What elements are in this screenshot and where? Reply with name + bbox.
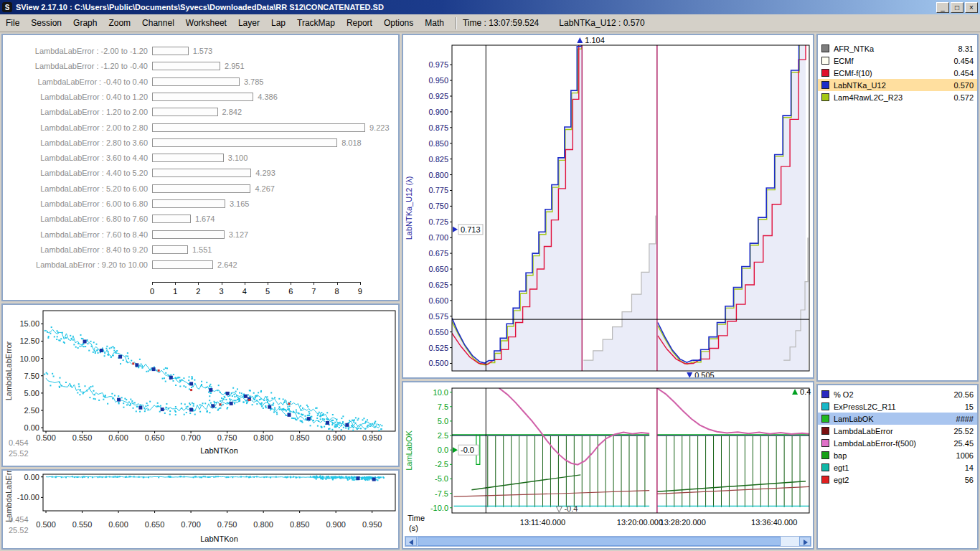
sview-window: S SView 2.17.10 : C:\Users\Public\Docume…: [0, 0, 980, 551]
channel-row-bap[interactable]: bap1006: [818, 449, 977, 461]
svg-text:5.0: 5.0: [438, 417, 448, 425]
hist-row-label: LambdaLabError : -1.20 to -0.40: [3, 62, 148, 71]
hist-row-label: LambdaLabError : 0.40 to 1.20: [3, 93, 148, 102]
time-chart-plot[interactable]: 10.07.55.02.50.0-2.5-5.0-7.5-10.0LamLabO…: [403, 382, 813, 534]
hist-bar-value: 1.551: [192, 245, 212, 255]
svg-text:0.725: 0.725: [428, 217, 448, 226]
minimize-button[interactable]: _: [936, 2, 949, 13]
channel-color-swatch: [821, 44, 829, 52]
close-button[interactable]: ×: [965, 2, 978, 13]
channel-row-ecmf-f-10-[interactable]: ECMf-f(10)0.454: [818, 67, 977, 79]
channel-row-lambdalaberror-f-500-[interactable]: LambdaLabError-f(500)25.45: [818, 437, 977, 449]
menu-math[interactable]: Math: [419, 15, 450, 31]
titlebar: S SView 2.17.10 : C:\Users\Public\Docume…: [0, 0, 980, 14]
menu-report[interactable]: Report: [341, 15, 378, 31]
status-channel-value: LabNTKa_U12 : 0.570: [559, 18, 644, 28]
hist-bar: [152, 62, 220, 70]
channel-row-egt2[interactable]: egt256: [818, 474, 977, 486]
lambda-chart-panel[interactable]: 0.9750.9500.9250.9000.8750.8500.8250.800…: [402, 34, 814, 379]
svg-text:0.575: 0.575: [428, 312, 448, 321]
channel-name: ECMf: [834, 57, 953, 65]
hist-bar-value: 2.951: [225, 62, 245, 71]
channel-name: ECMf-f(10): [834, 69, 953, 77]
svg-text:LamLabOK: LamLabOK: [405, 430, 413, 471]
menu-zoom[interactable]: Zoom: [103, 15, 136, 31]
hist-bar: [152, 199, 225, 208]
menu-layer[interactable]: Layer: [232, 15, 265, 31]
scrollbar-track[interactable]: [417, 537, 799, 546]
menu-graph[interactable]: Graph: [67, 15, 103, 31]
channel-name: egt1: [834, 463, 965, 472]
menu-worksheet[interactable]: Worksheet: [180, 15, 232, 31]
channel-row-ecmf[interactable]: ECMf0.454: [818, 55, 977, 67]
scatter-plot[interactable]: 15.0012.5010.007.505.002.500.000.5000.55…: [3, 305, 398, 466]
scrollbar-right-arrow-icon[interactable]: [799, 537, 811, 546]
scatter-panel[interactable]: 15.0012.5010.007.505.002.500.000.5000.55…: [1, 303, 400, 467]
hist-x-tick-label: 6: [284, 287, 297, 296]
hist-x-tick: [360, 282, 361, 285]
menu-file[interactable]: File: [0, 15, 25, 31]
channel-color-swatch: [821, 451, 829, 459]
menu-trackmap[interactable]: TrackMap: [291, 15, 341, 31]
histogram-panel[interactable]: LambdaLabError : -2.00 to -1.201.573Lamb…: [1, 34, 400, 301]
lambda-chart-plot[interactable]: 0.9750.9500.9250.9000.8750.8500.8250.800…: [403, 35, 813, 377]
scrollbar-left-arrow-icon[interactable]: [405, 537, 417, 546]
hist-x-tick-label: 9: [354, 287, 367, 296]
svg-text:LambdaLabError: LambdaLabError: [4, 341, 13, 400]
small-scatter-panel[interactable]: 0.00-10.000.5000.5500.6000.6500.7000.750…: [1, 469, 400, 550]
svg-text:0.775: 0.775: [428, 186, 448, 194]
menu-channel[interactable]: Channel: [136, 15, 180, 31]
svg-text:0.800: 0.800: [253, 520, 273, 529]
svg-text:0.550: 0.550: [72, 520, 93, 529]
channel-row-lam4rawl2c-r23[interactable]: Lam4RawL2C_R230.572: [818, 91, 977, 103]
channel-color-swatch: [821, 69, 829, 77]
restore-button[interactable]: □: [951, 2, 963, 13]
channel-row-expressl2c-r11[interactable]: ExPressL2C_R1115: [818, 400, 977, 413]
channel-row-lamlabok[interactable]: LamLabOK####: [818, 413, 977, 425]
svg-text:0.550: 0.550: [72, 433, 93, 442]
window-title: SView 2.17.10 : C:\Users\Public\Document…: [16, 3, 935, 11]
menu-options[interactable]: Options: [378, 15, 419, 31]
channel-value: 56: [965, 476, 974, 484]
svg-text:10.00: 10.00: [19, 354, 39, 363]
scrollbar-thumb[interactable]: [418, 537, 781, 546]
svg-text:0.900: 0.900: [326, 433, 346, 442]
channel-value: 25.45: [953, 439, 974, 448]
menu-session[interactable]: Session: [25, 15, 67, 31]
status-time: Time : 13:07:59.524: [463, 18, 539, 28]
hist-bar-value: 3.785: [244, 77, 264, 87]
hist-bar: [152, 230, 225, 239]
svg-text:LabNTKon: LabNTKon: [200, 446, 238, 455]
svg-text:0.713: 0.713: [461, 225, 481, 234]
time-scrollbar[interactable]: [405, 536, 811, 547]
hist-row-label: LambdaLabError : 3.60 to 4.40: [3, 154, 148, 163]
hist-x-tick: [245, 282, 245, 285]
svg-text:LabNTKa_U12 (λ): LabNTKa_U12 (λ): [405, 176, 413, 240]
menu-lap[interactable]: Lap: [265, 15, 291, 31]
time-chart-panel[interactable]: 10.07.55.02.50.0-2.5-5.0-7.5-10.0LamLabO…: [402, 381, 814, 550]
hist-x-tick: [198, 282, 199, 285]
channel-row-labntka-u12[interactable]: LabNTKa_U120.570: [818, 79, 977, 91]
hist-x-tick: [175, 282, 176, 285]
svg-text:Time: Time: [407, 514, 425, 522]
svg-text:0.500: 0.500: [428, 359, 448, 367]
channel-value: 15: [965, 402, 974, 411]
svg-text:0.750: 0.750: [217, 433, 237, 442]
hist-x-tick: [314, 282, 314, 285]
small-scatter-plot[interactable]: 0.00-10.000.5000.5500.6000.6500.7000.750…: [3, 471, 398, 548]
hist-x-tick: [268, 282, 268, 285]
channel-row-egt1[interactable]: egt114: [818, 461, 977, 474]
hist-x-tick-label: 8: [331, 287, 344, 296]
svg-text:LabNTKon: LabNTKon: [200, 534, 238, 543]
channel-row--o2[interactable]: % O220.56: [818, 388, 977, 400]
hist-x-tick-label: 1: [169, 287, 182, 296]
svg-text:0.500: 0.500: [36, 520, 56, 529]
hist-x-tick: [222, 282, 222, 285]
channel-name: bap: [834, 451, 956, 460]
channel-row-afr-ntka[interactable]: AFR_NTKa8.31: [818, 42, 977, 55]
hist-row-label: LambdaLabError : 2.80 to 3.60: [3, 138, 148, 148]
svg-text:0.850: 0.850: [290, 433, 310, 442]
svg-text:0.950: 0.950: [362, 433, 382, 442]
channel-row-lambdalaberror[interactable]: LambdaLabError25.52: [818, 425, 977, 437]
svg-text:0.900: 0.900: [428, 108, 448, 116]
